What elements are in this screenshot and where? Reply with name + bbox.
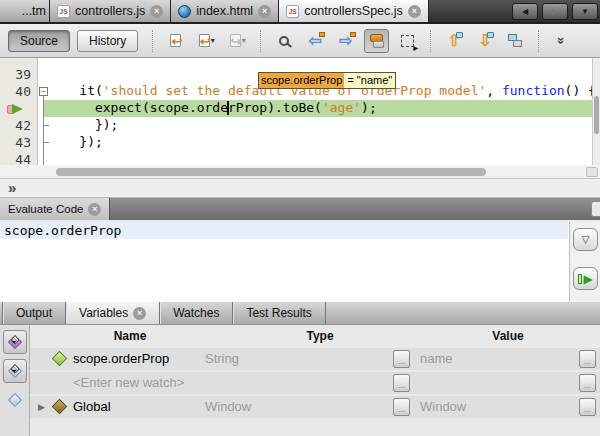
tab-variables-label: Variables bbox=[79, 306, 128, 320]
column-header-type: Type bbox=[220, 325, 420, 347]
editor-gutter[interactable]: 39 40 42 43 44 bbox=[0, 58, 38, 165]
occurrence-tag-icon bbox=[319, 32, 325, 37]
panel-corner-button[interactable] bbox=[591, 201, 600, 217]
value-detail-button[interactable]: ... bbox=[579, 374, 596, 392]
code-text-area[interactable]: it('should set the default value of orde… bbox=[48, 58, 592, 165]
editor-horizontal-scrollbar[interactable] bbox=[0, 165, 600, 179]
toolbar-overflow-button[interactable]: » bbox=[549, 29, 574, 53]
scrollbar-thumb[interactable] bbox=[56, 168, 486, 176]
type-detail-button[interactable]: ... bbox=[393, 350, 410, 368]
close-icon[interactable]: × bbox=[258, 5, 271, 18]
navigate-back-button[interactable]: ↩ ▾ bbox=[194, 29, 219, 53]
run-icon: ▶ bbox=[583, 273, 592, 285]
source-view-button[interactable]: Source bbox=[8, 30, 70, 52]
diamond-icon bbox=[8, 393, 22, 407]
evaluate-code-tab-label: Evaluate Code bbox=[8, 203, 83, 215]
evaluate-expression-button[interactable]: ▶ bbox=[573, 267, 598, 290]
tab-watches[interactable]: Watches bbox=[160, 302, 233, 324]
back-arrow-icon: ↩ bbox=[171, 37, 182, 47]
forward-arrow-icon: ↪ bbox=[231, 37, 242, 47]
variable-row-scope-orderprop[interactable]: scope.orderProp String ... name ... bbox=[30, 348, 600, 370]
code-string: 'age' bbox=[322, 100, 361, 115]
variable-value[interactable]: Window bbox=[420, 399, 466, 414]
close-icon[interactable]: × bbox=[88, 203, 101, 216]
dropdown-arrow-icon[interactable]: ▾ bbox=[211, 36, 215, 45]
blue-diamond-icon: ◪ bbox=[8, 364, 22, 378]
bottom-tab-bar: Output Variables × Watches Test Results bbox=[0, 302, 600, 325]
tab-watches-label: Watches bbox=[173, 306, 219, 320]
tooltip-expression: scope.orderProp bbox=[259, 73, 344, 88]
rectangular-selection-button[interactable] bbox=[395, 29, 420, 53]
show-watches-button[interactable]: ◪ bbox=[3, 359, 27, 383]
evaluate-expression-input[interactable]: scope.orderProp bbox=[0, 222, 568, 239]
bookmark-toggle-icon bbox=[508, 34, 524, 48]
tab-partial[interactable]: ...tm bbox=[0, 0, 50, 22]
value-detail-button[interactable]: ... bbox=[579, 350, 596, 368]
tab-test-results[interactable]: Test Results bbox=[233, 302, 325, 324]
fold-collapse-icon[interactable]: − bbox=[39, 87, 48, 96]
code-plain: it( bbox=[48, 83, 103, 98]
history-view-button[interactable]: History bbox=[77, 30, 138, 52]
tab-partial-label: ...tm bbox=[22, 4, 46, 18]
navigate-forward-button[interactable]: ↪ ▾ bbox=[225, 29, 250, 53]
new-watch-button[interactable] bbox=[3, 388, 27, 412]
evaluate-code-panel: scope.orderProp ▽ ▶ bbox=[0, 222, 600, 302]
tab-controllersspec-js[interactable]: JS controllersSpec.js × bbox=[279, 0, 429, 22]
scroll-tabs-right-button[interactable]: ▶ bbox=[542, 3, 568, 20]
code-line-41-current: expect(scope.orderProp).toBe('age'); bbox=[44, 100, 592, 117]
tab-bar-spacer bbox=[429, 0, 512, 22]
type-detail-button[interactable]: ... bbox=[393, 374, 410, 392]
code-editor[interactable]: 39 40 42 43 44 − it('should set the defa… bbox=[0, 58, 600, 165]
line-number: 39 bbox=[1, 66, 31, 83]
last-edit-location-button[interactable]: ↩ bbox=[163, 29, 188, 53]
evaluate-code-tab-bar: Evaluate Code × bbox=[0, 198, 600, 220]
search-icon bbox=[279, 36, 289, 46]
close-icon[interactable]: × bbox=[408, 5, 421, 18]
expression-history-button[interactable]: ▽ bbox=[573, 228, 598, 251]
back-arrow-icon: ↩ bbox=[200, 37, 211, 47]
variable-name[interactable]: Global bbox=[73, 399, 111, 414]
toggle-highlight-button[interactable] bbox=[364, 29, 389, 53]
close-icon[interactable]: × bbox=[150, 5, 163, 18]
ide-window: ...tm JS controllers.js × index.html × J… bbox=[0, 0, 600, 436]
variable-value[interactable]: name bbox=[420, 351, 453, 366]
expand-triangle-icon[interactable]: ▶ bbox=[38, 402, 45, 412]
column-header-name: Name bbox=[30, 325, 230, 347]
new-watch-row[interactable]: <Enter new watch> ... ... bbox=[30, 372, 600, 394]
tab-list-dropdown-button[interactable]: ▼ bbox=[572, 3, 598, 20]
value-detail-button[interactable]: ... bbox=[579, 398, 596, 416]
show-evaluation-result-button[interactable]: ◪ bbox=[3, 330, 27, 354]
bookmark-tag-icon bbox=[456, 32, 463, 38]
tab-variables[interactable]: Variables × bbox=[66, 302, 160, 324]
new-watch-placeholder[interactable]: <Enter new watch> bbox=[73, 375, 184, 390]
tab-index-html[interactable]: index.html × bbox=[171, 0, 279, 22]
tab-output[interactable]: Output bbox=[2, 302, 66, 324]
scrollbar-thumb[interactable] bbox=[594, 96, 599, 134]
tab-controllers-js[interactable]: JS controllers.js × bbox=[50, 0, 171, 22]
variable-row-global[interactable]: ▶ Global Window ... Window ... bbox=[30, 396, 600, 418]
variable-type: Window bbox=[205, 399, 251, 414]
next-bookmark-button[interactable]: ⇩ bbox=[472, 29, 497, 53]
dropdown-arrow-icon[interactable]: ▾ bbox=[242, 36, 246, 45]
editor-vertical-scrollbar[interactable] bbox=[592, 58, 600, 165]
previous-occurrence-button[interactable]: ⇦ bbox=[302, 29, 327, 53]
toolbar-separator bbox=[152, 30, 153, 52]
find-selection-button[interactable] bbox=[271, 29, 296, 53]
debugger-value-tooltip: scope.orderProp = "name" bbox=[258, 72, 396, 89]
purple-diamond-icon: ◪ bbox=[8, 335, 22, 349]
previous-bookmark-button[interactable]: ⇧ bbox=[441, 29, 466, 53]
type-detail-button[interactable]: ... bbox=[393, 398, 410, 416]
scroll-tabs-left-button[interactable]: ◀ bbox=[512, 3, 538, 20]
expand-chevron-icon[interactable]: » bbox=[8, 181, 16, 195]
toggle-bookmark-button[interactable] bbox=[503, 29, 528, 53]
next-occurrence-button[interactable]: ⇨ bbox=[333, 29, 358, 53]
editor-tab-bar: ...tm JS controllers.js × index.html × J… bbox=[0, 0, 600, 24]
code-plain: expect(scope.orde bbox=[48, 100, 228, 115]
scrollbar-corner bbox=[586, 167, 598, 177]
tab-controllers-label: controllers.js bbox=[75, 4, 145, 18]
evaluate-code-tab[interactable]: Evaluate Code × bbox=[0, 198, 110, 220]
variable-name[interactable]: scope.orderProp bbox=[73, 351, 169, 366]
variable-diamond-icon bbox=[52, 351, 68, 367]
document-icon: ↩ bbox=[170, 34, 181, 47]
close-icon[interactable]: × bbox=[133, 307, 146, 320]
